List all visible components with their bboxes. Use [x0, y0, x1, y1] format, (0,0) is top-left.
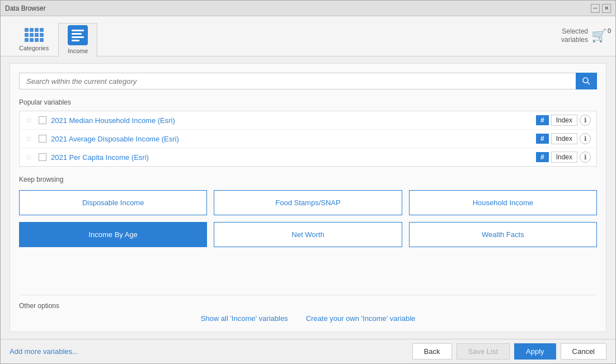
variable-checkbox[interactable] — [39, 153, 46, 161]
categories-tab-label: Categories — [19, 45, 49, 51]
variable-name[interactable]: 2021 Median Household Income (Esri) — [51, 116, 532, 125]
star-icon[interactable]: ☆ — [25, 116, 34, 125]
browse-food-stamps[interactable]: Food Stamps/SNAP — [214, 190, 402, 215]
tab-income[interactable]: Income — [58, 23, 97, 56]
footer-bar: Add more variables... Back Save List App… — [1, 339, 615, 363]
grid-icon — [25, 28, 44, 42]
info-button[interactable]: ℹ — [580, 115, 591, 126]
other-options-links: Show all 'Income' variables Create your … — [19, 314, 597, 323]
browse-wealth-facts[interactable]: Wealth Facts — [409, 222, 597, 247]
browse-net-worth[interactable]: Net Worth — [214, 222, 402, 247]
browse-disposable-income[interactable]: Disposable Income — [19, 190, 207, 215]
other-options-section: Other options Show all 'Income' variable… — [19, 295, 597, 323]
income-folder-icon — [68, 25, 88, 45]
title-bar: Data Browser ─ ✕ — [1, 1, 615, 16]
keep-browsing-section: Keep browsing Disposable Income Food Sta… — [19, 176, 597, 295]
variable-checkbox[interactable] — [39, 116, 46, 124]
table-row: ☆ 2021 Median Household Income (Esri) # … — [20, 111, 596, 130]
income-tab-label: Income — [68, 48, 88, 54]
content-panel: Popular variables ☆ 2021 Median Househol… — [10, 63, 606, 332]
browse-income-by-age[interactable]: Income By Age — [19, 222, 207, 247]
svg-point-0 — [583, 78, 588, 83]
nav-tabs: Categories Income — [10, 22, 97, 56]
star-icon[interactable]: ☆ — [25, 153, 34, 162]
selected-vars-line2: variables — [561, 36, 588, 45]
variable-checkbox[interactable] — [39, 135, 46, 143]
other-options-label: Other options — [19, 302, 597, 310]
search-bar — [19, 73, 597, 89]
create-own-link[interactable]: Create your own 'Income' variable — [306, 314, 416, 323]
minimize-button[interactable]: ─ — [591, 4, 600, 13]
cart-icon: 🛒 0 — [591, 29, 606, 44]
selected-variables-widget: Selected variables 🛒 0 — [561, 27, 606, 45]
index-tag: Index — [551, 115, 577, 126]
nav-bar: Categories Income — [1, 16, 615, 56]
variable-name[interactable]: 2021 Per Capita Income (Esri) — [51, 153, 532, 162]
star-icon[interactable]: ☆ — [25, 134, 34, 143]
tab-categories[interactable]: Categories — [10, 22, 58, 56]
close-button[interactable]: ✕ — [602, 4, 611, 13]
show-all-link[interactable]: Show all 'Income' variables — [201, 314, 288, 323]
save-list-button[interactable]: Save List — [457, 343, 510, 360]
info-button[interactable]: ℹ — [580, 152, 591, 163]
categories-tab-icon — [24, 27, 44, 42]
index-tag: Index — [551, 152, 577, 163]
browse-section-label: Keep browsing — [19, 176, 597, 183]
hash-tag: # — [536, 152, 549, 162]
cancel-button[interactable]: Cancel — [561, 343, 606, 360]
hash-tag: # — [536, 134, 549, 144]
popular-variables-section: Popular variables ☆ 2021 Median Househol… — [19, 98, 597, 167]
main-content: Popular variables ☆ 2021 Median Househol… — [1, 56, 615, 339]
popular-section-label: Popular variables — [19, 98, 597, 106]
table-row: ☆ 2021 Per Capita Income (Esri) # Index … — [20, 148, 596, 166]
svg-line-1 — [587, 82, 590, 84]
window-title: Data Browser — [5, 4, 46, 12]
apply-button[interactable]: Apply — [514, 343, 556, 360]
variable-tags: # Index ℹ — [536, 133, 591, 144]
window: Data Browser ─ ✕ — [0, 0, 616, 364]
variable-name[interactable]: 2021 Average Disposable Income (Esri) — [51, 135, 532, 143]
search-icon — [582, 77, 591, 86]
variable-tags: # Index ℹ — [536, 152, 591, 163]
add-variables-link[interactable]: Add more variables... — [10, 347, 78, 356]
table-row: ☆ 2021 Average Disposable Income (Esri) … — [20, 130, 596, 148]
cart-count: 0 — [608, 28, 611, 35]
browse-grid: Disposable Income Food Stamps/SNAP House… — [19, 190, 597, 247]
variables-list: ☆ 2021 Median Household Income (Esri) # … — [19, 111, 597, 167]
index-tag: Index — [551, 133, 577, 144]
footer-buttons: Back Save List Apply Cancel — [412, 343, 606, 360]
info-button[interactable]: ℹ — [580, 133, 591, 144]
income-tab-icon — [68, 25, 88, 45]
browse-household-income[interactable]: Household Income — [409, 190, 597, 215]
hash-tag: # — [536, 115, 549, 125]
variable-tags: # Index ℹ — [536, 115, 591, 126]
title-controls: ─ ✕ — [591, 4, 611, 13]
selected-vars-line1: Selected — [561, 27, 588, 36]
search-input[interactable] — [19, 73, 576, 89]
back-button[interactable]: Back — [412, 343, 452, 360]
search-button[interactable] — [576, 73, 597, 89]
